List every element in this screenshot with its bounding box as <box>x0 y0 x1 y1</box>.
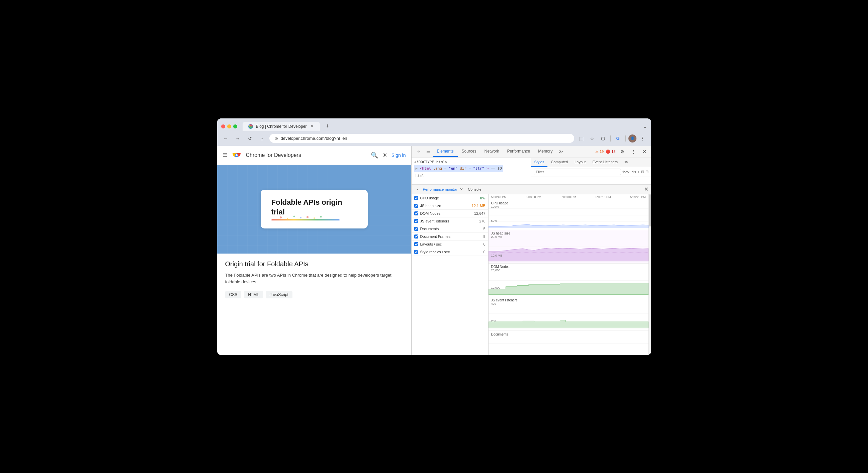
more-tabs-button[interactable]: ≫ <box>557 148 564 155</box>
js-heap-checkbox[interactable] <box>414 204 418 208</box>
html-line[interactable]: ▶ <html lang = "en" dir = "ltr" > == $0 <box>414 165 503 172</box>
tab-network[interactable]: Network <box>480 146 503 157</box>
error-count: 15 <box>611 150 615 154</box>
html-eq1: = <box>444 166 447 170</box>
add-style-button[interactable]: + <box>638 170 640 174</box>
warning-badge[interactable]: ⚠ 19 <box>595 150 603 154</box>
console-tab[interactable]: Console <box>468 187 481 191</box>
extensions-button[interactable]: ⬡ <box>598 134 608 143</box>
doctype-text: <!DOCTYPE html> <box>414 160 447 164</box>
cpu-chart: CPU usage 100% 50% <box>489 200 649 230</box>
js-events-checkbox[interactable] <box>414 219 418 223</box>
html-lang-val: "en" <box>449 166 458 170</box>
metrics-panel: CPU usage 0% JS heap size 12.1 MB DOM No… <box>411 194 489 355</box>
sign-in-button[interactable]: Sign in <box>392 153 406 158</box>
perf-scrollbar[interactable] <box>649 194 651 355</box>
html-dir-val: "ltr" <box>473 166 484 170</box>
devtools-close-button[interactable]: ✕ <box>641 148 649 156</box>
timeline-t1: 5:08:40 PM <box>491 195 506 199</box>
style-recalcs-value: 0 <box>470 250 486 254</box>
search-button[interactable]: 🔍 <box>371 152 378 159</box>
dom-chart-svg <box>489 263 649 297</box>
cpu-chart-label: CPU usage <box>491 201 508 205</box>
styles-filter-input[interactable] <box>534 168 621 175</box>
tab-computed[interactable]: Computed <box>548 158 571 167</box>
js-heap-value: 12.1 MB <box>470 204 486 208</box>
theme-toggle[interactable]: ☀ <box>382 152 388 159</box>
home-button[interactable]: ⌂ <box>257 134 267 143</box>
metric-dom-nodes: DOM Nodes 12,647 <box>411 210 488 217</box>
svg-point-13 <box>313 217 315 219</box>
error-badge[interactable]: 🔴 15 <box>606 150 615 154</box>
tab-elements[interactable]: Elements <box>433 146 458 157</box>
tag-javascript[interactable]: JavaScript <box>266 291 292 298</box>
layouts-checkbox[interactable] <box>414 242 418 246</box>
scrollbar-thumb[interactable] <box>649 194 651 226</box>
tag-html[interactable]: HTML <box>244 291 263 298</box>
perf-monitor-header: ⋮ Performance monitor ✕ Console ✕ <box>411 185 651 194</box>
cls-button[interactable]: .cls <box>631 170 637 174</box>
documents-value: 5 <box>470 227 486 231</box>
google-button[interactable]: G <box>613 134 623 143</box>
doc-frames-value: 5 <box>470 234 486 239</box>
address-security-icon: ⊙ <box>275 136 278 141</box>
devtools-tabs: ⊹ ▭ Elements Sources Network Performance… <box>411 146 651 158</box>
js-events-value: 278 <box>470 219 486 223</box>
content-area: ☰ Chrome for Developers 🔍 ☀ Sign in <box>217 146 651 355</box>
style-recalcs-checkbox[interactable] <box>414 250 418 254</box>
reload-button[interactable]: ↺ <box>245 134 255 143</box>
svg-point-11 <box>300 217 302 218</box>
screenshot-button[interactable]: ⬚ <box>577 134 586 143</box>
cpu-chart-svg <box>489 200 649 230</box>
new-tab-button[interactable]: + <box>322 122 332 131</box>
navigation-bar: ← → ↺ ⌂ ⊙ developer.chrome.com/blog?hl=e… <box>217 131 651 146</box>
element-state-button[interactable]: ⊡ <box>641 169 644 174</box>
perf-panel-close[interactable]: ✕ <box>644 186 649 192</box>
post-card-underline <box>271 219 340 220</box>
documents-checkbox[interactable] <box>414 227 418 231</box>
settings-button[interactable]: ⚙ <box>618 147 627 156</box>
bookmark-button[interactable]: ☆ <box>588 134 597 143</box>
tag-css[interactable]: CSS <box>225 291 242 298</box>
perf-monitor-tab[interactable]: Performance monitor <box>423 187 458 191</box>
new-rule-button[interactable]: ⊞ <box>646 169 649 174</box>
html-dollar: $0 <box>498 166 502 170</box>
inspect-element-icon[interactable]: ⊹ <box>414 147 424 156</box>
tab-sources[interactable]: Sources <box>458 146 480 157</box>
tab-close-button[interactable]: ✕ <box>309 124 314 129</box>
active-tab[interactable]: Blog | Chrome for Developer ✕ <box>243 122 320 131</box>
close-traffic-light[interactable] <box>221 124 225 128</box>
tab-layout[interactable]: Layout <box>571 158 589 167</box>
docs-chart-label: Documents <box>491 333 508 336</box>
device-toolbar-icon[interactable]: ▭ <box>424 147 433 156</box>
tab-performance[interactable]: Performance <box>503 146 534 157</box>
perf-monitor-dots[interactable]: ⋮ <box>414 186 421 193</box>
error-icon: 🔴 <box>606 150 610 154</box>
profile-button[interactable]: 👤 <box>628 134 637 143</box>
maximize-traffic-light[interactable] <box>233 124 237 128</box>
tab-memory[interactable]: Memory <box>534 146 556 157</box>
address-bar[interactable]: ⊙ developer.chrome.com/blog?hl=en <box>269 134 574 143</box>
html-arrow: ▶ <box>415 166 420 170</box>
menu-button[interactable]: ⋮ <box>638 134 647 143</box>
tab-styles[interactable]: Styles <box>531 158 548 167</box>
perf-monitor-close[interactable]: ✕ <box>460 187 463 192</box>
timeline-header: 5:08:40 PM 5:08:50 PM 5:09:00 PM 5:09:10… <box>489 194 649 200</box>
forward-button[interactable]: → <box>233 134 243 143</box>
devtools-more-button[interactable]: ⋮ <box>629 147 639 156</box>
post-card-title: Foldable APIs origin trial <box>271 198 357 217</box>
post-content: Origin trial for Foldable APIs The Folda… <box>217 254 411 306</box>
cpu-checkbox[interactable] <box>414 196 418 200</box>
js-heap-label: JS heap size <box>420 204 468 208</box>
hov-button[interactable]: :hov <box>622 170 629 174</box>
minimize-traffic-light[interactable] <box>227 124 231 128</box>
tab-event-listeners[interactable]: Event Listeners <box>589 158 621 167</box>
dom-nodes-checkbox[interactable] <box>414 212 418 215</box>
tab-more-button[interactable]: ⌄ <box>643 123 647 129</box>
styles-filter: :hov .cls + ⊡ ⊞ <box>531 167 651 177</box>
events-400-label: 400 <box>491 302 518 306</box>
doc-frames-checkbox[interactable] <box>414 234 418 239</box>
hamburger-icon[interactable]: ☰ <box>222 152 227 158</box>
tab-styles-more[interactable]: ≫ <box>621 158 632 167</box>
back-button[interactable]: ← <box>221 134 230 143</box>
